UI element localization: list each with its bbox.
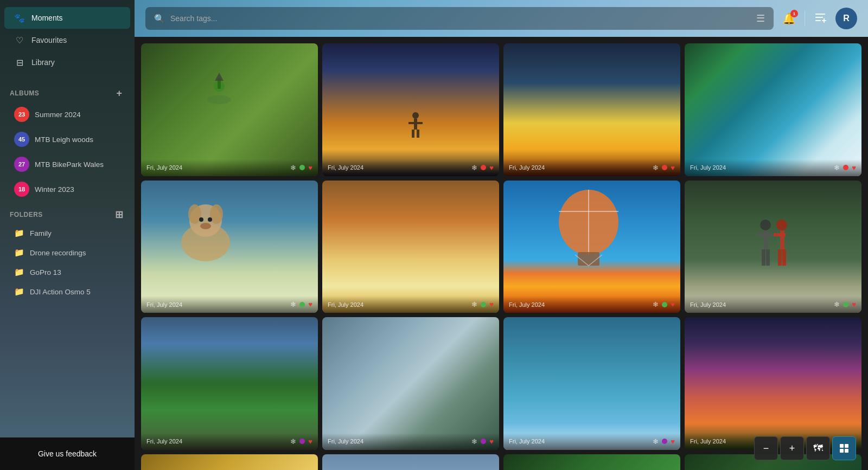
snowflake-icon: ❄ [290, 437, 296, 446]
photo-card[interactable]: Fri, July 2024 ❄ ♥ [503, 43, 680, 176]
svg-rect-35 [779, 233, 786, 236]
photo-content: Fri, July 2024 ❄ ♥ [503, 454, 680, 471]
folder-item-dji[interactable]: 📁 DJI Action Osmo 5 [4, 282, 130, 301]
photo-actions: ❄ ♥ [471, 437, 494, 446]
photo-content: Fri, July 2024 ❄ ♥ [685, 43, 861, 176]
snowflake-icon: ❄ [834, 164, 840, 172]
snowflake-icon: ❄ [834, 300, 840, 308]
photo-actions: ❄ ♥ [471, 164, 494, 172]
folder-item-family[interactable]: 📁 Family [4, 224, 130, 242]
svg-rect-25 [578, 252, 599, 266]
status-dot [662, 165, 667, 170]
album-badge-mtb-leigh: 45 [14, 132, 29, 147]
photo-card[interactable]: Fri, July 2024 ❄ ♥ [141, 181, 318, 313]
photo-card[interactable]: Fri, July 2024 ❄ ♥ [322, 454, 499, 471]
heart-icon[interactable]: ♥ [852, 164, 856, 172]
heart-icon[interactable]: ♥ [671, 437, 675, 446]
heart-icon[interactable]: ♥ [308, 300, 312, 308]
photo-overlay: Fri, July 2024 ❄ ♥ [503, 296, 680, 313]
album-item-mtb-bikepark[interactable]: 27 MTB BikePark Wales [4, 152, 130, 176]
topbar: 🔍 ☰ 🔔 1 R [135, 0, 868, 37]
photo-card[interactable]: Fri, July 2024 ❄ ♥ [141, 43, 318, 176]
photo-grid-container[interactable]: Fri, July 2024 ❄ ♥ Fri, July 2024 ❄ [135, 37, 868, 470]
map-view-button[interactable]: 🗺 [806, 436, 830, 460]
folder-item-gopro[interactable]: 📁 GoPro 13 [4, 263, 130, 281]
photo-card[interactable]: Fri, July 2024 ❄ ♥ [503, 317, 680, 450]
photo-overlay: Fri, July 2024 ❄ ♥ [141, 433, 318, 450]
photo-card[interactable]: Fri, July 2024 ❄ ♥ [685, 43, 861, 176]
photo-content: Fri, July 2024 ❄ ♥ [503, 181, 680, 313]
zoom-in-button[interactable]: + [780, 436, 804, 460]
photo-card[interactable]: Fri, July 2024 ❄ ♥ [503, 181, 680, 313]
heart-icon[interactable]: ♥ [489, 437, 494, 446]
photo-date: Fri, July 2024 [328, 164, 363, 171]
photo-card[interactable]: Fri, July 2024 ❄ ♥ [141, 317, 318, 450]
photo-card[interactable]: Fri, July 2024 ❄ ♥ [322, 181, 499, 313]
photo-overlay: Fri, July 2024 ❄ ♥ [322, 433, 499, 450]
add-playlist-button[interactable] [814, 11, 827, 27]
status-dot [299, 439, 305, 444]
sidebar-item-moments[interactable]: 🐾 Moments [4, 7, 130, 29]
status-dot [299, 302, 305, 307]
notification-button[interactable]: 🔔 1 [782, 12, 796, 25]
folder-item-drone[interactable]: 📁 Drone recordings [4, 243, 130, 262]
folder-icon-dji: 📁 [14, 287, 24, 297]
feedback-button[interactable]: Give us feedback [0, 437, 135, 470]
sidebar-item-library[interactable]: ⊟ Library [4, 51, 130, 73]
photo-card[interactable]: Fri, July 2024 ❄ ♥ [322, 317, 499, 450]
status-dot [481, 302, 486, 307]
heart-icon[interactable]: ♥ [308, 164, 312, 172]
album-count-summer2024: 23 [18, 111, 25, 118]
photo-actions: ❄ ♥ [834, 300, 856, 308]
album-count-mtb-bikepark: 27 [18, 161, 25, 168]
photo-grid: Fri, July 2024 ❄ ♥ Fri, July 2024 ❄ [141, 43, 861, 470]
photo-card[interactable]: Fri, July 2024 ❄ ♥ [503, 454, 680, 471]
svg-marker-8 [215, 73, 224, 81]
status-dot [662, 439, 667, 444]
photo-overlay: Fri, July 2024 ❄ ♥ [141, 159, 318, 176]
svg-point-21 [200, 223, 211, 229]
photo-content: Fri, July 2024 ❄ ♥ [322, 317, 499, 450]
zoom-out-button[interactable]: − [754, 436, 778, 460]
map-icon: 🗺 [813, 443, 823, 454]
svg-rect-11 [409, 122, 414, 124]
photo-card[interactable]: Fri, July 2024 ❄ ♥ [685, 317, 861, 450]
topbar-divider [805, 11, 805, 26]
sidebar-item-favourites[interactable]: ♡ Favourites [4, 29, 130, 51]
heart-icon[interactable]: ♥ [671, 164, 675, 172]
photo-card[interactable]: Fri, July 2024 ❄ ♥ [685, 181, 861, 313]
heart-icon[interactable]: ♥ [852, 300, 856, 308]
snowflake-icon: ❄ [471, 437, 477, 446]
svg-point-19 [199, 217, 203, 222]
photo-overlay: Fri, July 2024 ❄ ♥ [685, 159, 861, 176]
album-badge-winter2023: 18 [14, 182, 29, 197]
svg-rect-10 [414, 119, 417, 130]
album-item-winter2023[interactable]: 18 Winter 2023 [4, 177, 130, 201]
svg-point-20 [208, 217, 212, 222]
photo-card[interactable]: Fri, July 2024 ❄ ♥ [322, 43, 499, 176]
add-folder-button[interactable]: ⊞ [114, 209, 125, 220]
add-album-button[interactable]: + [114, 88, 125, 99]
photo-date: Fri, July 2024 [690, 164, 726, 171]
snowflake-icon: ❄ [471, 164, 477, 172]
zoom-controls: − + 🗺 [754, 436, 856, 460]
heart-icon[interactable]: ♥ [489, 300, 494, 308]
heart-icon[interactable]: ♥ [671, 300, 675, 308]
avatar[interactable]: R [835, 8, 857, 29]
folder-label-family: Family [30, 229, 52, 237]
folder-icon-drone: 📁 [14, 248, 24, 257]
grid-view-button[interactable] [832, 436, 856, 460]
feedback-label: Give us feedback [38, 449, 97, 458]
heart-icon[interactable]: ♥ [308, 437, 312, 446]
photo-date: Fri, July 2024 [328, 438, 363, 445]
sidebar-nav: 🐾 Moments ♡ Favourites ⊟ Library [0, 0, 135, 80]
filter-icon[interactable]: ☰ [756, 12, 765, 24]
heart-icon[interactable]: ♥ [489, 164, 494, 172]
search-bar[interactable]: 🔍 ☰ [145, 7, 774, 30]
album-item-mtb-leigh[interactable]: 45 MTB Leigh woods [4, 127, 130, 151]
album-item-summer2024[interactable]: 23 Summer 2024 [4, 102, 130, 126]
photo-content: Fri, July 2024 ❄ ♥ [141, 317, 318, 450]
search-input[interactable] [170, 14, 751, 23]
svg-point-5 [207, 95, 231, 104]
photo-card[interactable]: Fri, July 2024 ❄ ♥ [141, 454, 318, 471]
